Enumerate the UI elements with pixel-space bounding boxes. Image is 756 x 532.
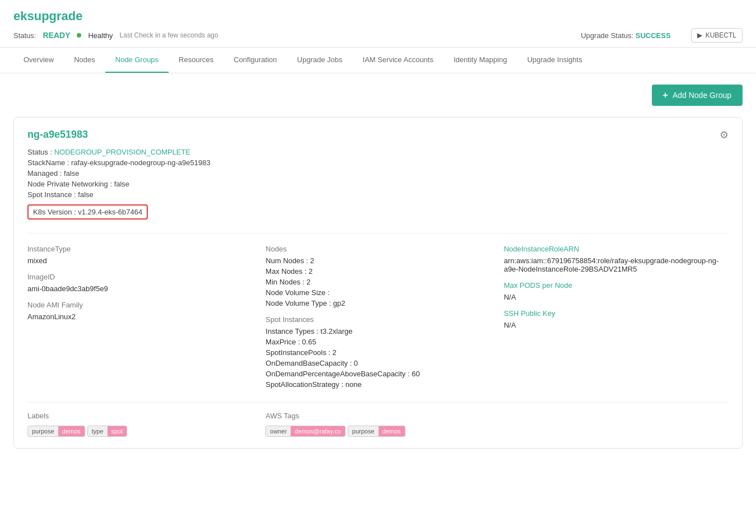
tab-identity-mapping[interactable]: Identity Mapping xyxy=(444,48,517,73)
tab-node-groups[interactable]: Node Groups xyxy=(105,48,169,73)
spot-value: false xyxy=(78,190,93,199)
health-dot-icon xyxy=(77,33,81,38)
stack-name-line: StackName : rafay-eksupgrade-nodegroup-n… xyxy=(27,158,729,167)
label-tag-type: type spot xyxy=(87,426,128,437)
ami-family-value: AmazonLinux2 xyxy=(27,312,252,321)
add-node-group-label: Add Node Group xyxy=(673,91,731,100)
gear-icon[interactable]: ⚙ xyxy=(720,129,729,141)
min-nodes: Min Nodes : 2 xyxy=(265,278,490,286)
aws-tags-tags: owner demos@rafay.co purpose demos xyxy=(265,426,490,437)
k8s-version-value: v1.29.4-eks-6b7464 xyxy=(78,208,142,216)
node-instance-role-value: arn:aws:iam::679196758854:role/rafay-eks… xyxy=(504,256,729,273)
add-node-group-button[interactable]: + Add Node Group xyxy=(652,85,743,106)
status-value: NODEGROUP_PROVISION_COMPLETE xyxy=(54,148,190,156)
max-pods-title: Max PODS per Node xyxy=(504,281,729,290)
num-nodes: Num Nodes : 2 xyxy=(265,256,490,265)
labels-column: Labels purpose demos type spot xyxy=(27,412,252,437)
kubectl-button[interactable]: ▶ KUBECTL xyxy=(691,28,743,43)
upgrade-status-label: Upgrade Status: SUCCESS xyxy=(581,31,670,40)
aws-tags-column: AWS Tags owner demos@rafay.co purpose de… xyxy=(265,412,490,437)
app-title: eksupgrade xyxy=(13,9,743,24)
right-details: NodeInstanceRoleARN arn:aws:iam::6791967… xyxy=(504,245,729,391)
nodes-title: Nodes xyxy=(265,245,490,253)
k8s-version-line: K8s Version : v1.29.4-eks-6b7464 xyxy=(27,204,148,220)
main-content: + Add Node Group ng-a9e51983 ⚙ Status : … xyxy=(0,73,756,460)
center-details: Nodes Num Nodes : 2 Max Nodes : 2 Min No… xyxy=(265,245,490,391)
spot-instances-title: Spot Instances xyxy=(265,315,490,324)
node-group-title: ng-a9e51983 xyxy=(27,129,88,141)
spot-line: Spot Instance : false xyxy=(27,190,729,199)
toolbar: + Add Node Group xyxy=(13,85,743,106)
details-grid: InstanceType mixed ImageID ami-0baade9dc… xyxy=(27,233,729,391)
stack-name-value: rafay-eksupgrade-nodegroup-ng-a9e51983 xyxy=(71,158,211,167)
spot-pools: SpotInstancePools : 2 xyxy=(265,348,490,357)
max-nodes: Max Nodes : 2 xyxy=(265,267,490,276)
ssh-key-value: N/A xyxy=(504,321,729,329)
left-details: InstanceType mixed ImageID ami-0baade9dc… xyxy=(27,245,252,391)
status-line: Status : NODEGROUP_PROVISION_COMPLETE xyxy=(27,148,729,156)
image-id-title: ImageID xyxy=(27,273,252,281)
labels-tags: purpose demos type spot xyxy=(27,426,252,437)
tab-resources[interactable]: Resources xyxy=(169,48,223,73)
instance-type-title: InstanceType xyxy=(27,245,252,253)
spot-instance-types: Instance Types : t3.2xlarge xyxy=(265,327,490,335)
ssh-key-title: SSH Public Key xyxy=(504,309,729,318)
aws-tag-owner: owner demos@rafay.co xyxy=(265,426,345,437)
tab-iam-service-accounts[interactable]: IAM Service Accounts xyxy=(353,48,444,73)
managed-value: false xyxy=(64,169,79,178)
aws-tag-purpose: purpose demos xyxy=(348,426,405,437)
tab-overview[interactable]: Overview xyxy=(13,48,64,73)
tab-nodes[interactable]: Nodes xyxy=(64,48,105,73)
tabs-bar: Overview Nodes Node Groups Resources Con… xyxy=(0,48,756,73)
health-text: Healthy xyxy=(88,31,113,40)
labels-section: Labels purpose demos type spot AWS Tags xyxy=(27,402,729,437)
kubectl-label: KUBECTL xyxy=(706,31,736,39)
last-check-text: Last Check in a few seconds ago xyxy=(120,31,218,39)
instance-type-value: mixed xyxy=(27,256,252,265)
status-label: Status: xyxy=(13,31,36,40)
volume-type: Node Volume Type : gp2 xyxy=(265,299,490,307)
empty-column xyxy=(504,412,729,437)
top-bar: eksupgrade Status: READY Healthy Last Ch… xyxy=(0,0,756,48)
managed-line: Managed : false xyxy=(27,169,729,178)
max-price: MaxPrice : 0.65 xyxy=(265,338,490,346)
plus-icon: + xyxy=(663,90,668,100)
max-pods-value: N/A xyxy=(504,293,729,301)
allocation-strategy: SpotAllocationStrategy : none xyxy=(265,380,490,389)
tab-configuration[interactable]: Configuration xyxy=(223,48,287,73)
label-tag-purpose: purpose demos xyxy=(27,426,85,437)
node-group-card: ng-a9e51983 ⚙ Status : NODEGROUP_PROVISI… xyxy=(13,117,743,449)
aws-tags-title: AWS Tags xyxy=(265,412,490,420)
on-demand-base: OnDemandBaseCapacity : 0 xyxy=(265,359,490,367)
tab-upgrade-insights[interactable]: Upgrade Insights xyxy=(517,48,592,73)
on-demand-pct: OnDemandPercentageAboveBaseCapacity : 60 xyxy=(265,370,490,378)
card-header: ng-a9e51983 ⚙ xyxy=(27,129,729,141)
node-instance-role-title: NodeInstanceRoleARN xyxy=(504,245,729,253)
image-id-value: ami-0baade9dc3ab9f5e9 xyxy=(27,284,252,293)
ami-family-title: Node AMI Family xyxy=(27,301,252,309)
tab-upgrade-jobs[interactable]: Upgrade Jobs xyxy=(287,48,353,73)
terminal-icon: ▶ xyxy=(697,31,702,39)
networking-line: Node Private Networking : false xyxy=(27,180,729,188)
volume-size: Node Volume Size : xyxy=(265,288,490,297)
labels-title: Labels xyxy=(27,412,252,420)
upgrade-status-value: SUCCESS xyxy=(636,31,671,40)
status-value: READY xyxy=(43,31,70,40)
networking-value: false xyxy=(114,180,129,188)
